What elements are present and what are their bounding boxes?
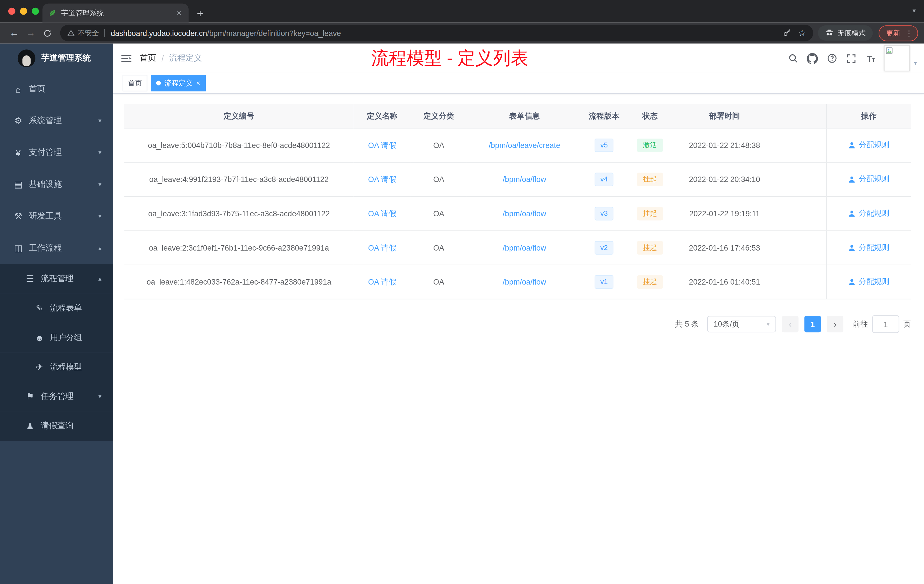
sidebar-item[interactable]: ⚙ 系统管理 ▼: [0, 105, 113, 137]
home-icon: ⌂: [12, 84, 25, 94]
breadcrumb-separator: /: [162, 54, 164, 63]
security-label: 不安全: [78, 28, 99, 38]
minimize-window-button[interactable]: [20, 8, 27, 15]
sidebar-item[interactable]: ⚑ 任务管理 ▼: [0, 382, 113, 411]
definition-name-link[interactable]: OA 请假: [368, 209, 396, 218]
tag-home[interactable]: 首页: [122, 75, 147, 91]
incognito-label: 无痕模式: [837, 28, 866, 38]
version-badge: v2: [594, 241, 614, 254]
sidebar-item[interactable]: ⚒ 研发工具 ▼: [0, 200, 113, 232]
sidebar-item[interactable]: ¥ 支付管理 ▼: [0, 137, 113, 168]
tag-process-definition[interactable]: 流程定义 ×: [151, 75, 206, 91]
status-badge: 挂起: [637, 241, 663, 254]
breadcrumb-home-link[interactable]: 首页: [140, 53, 156, 64]
fullscreen-icon[interactable]: [842, 53, 861, 63]
assign-rule-link[interactable]: 分配规则: [848, 242, 889, 253]
update-chrome-button[interactable]: 更新 ⋮: [879, 25, 918, 41]
tag-close-icon[interactable]: ×: [196, 79, 200, 87]
assign-rule-link[interactable]: 分配规则: [848, 277, 889, 287]
status-badge: 挂起: [637, 207, 663, 220]
assign-rule-link[interactable]: 分配规则: [848, 140, 889, 150]
definition-name-link[interactable]: OA 请假: [368, 243, 396, 252]
form-info-link[interactable]: /bpm/oa/flow: [503, 175, 546, 184]
sidebar-item-label: 流程管理: [41, 274, 74, 284]
sidebar-item-label: 工作流程: [29, 243, 62, 253]
active-tag-dot: [156, 81, 161, 86]
browser-menu-kebab-icon[interactable]: ⋮: [905, 28, 913, 38]
search-icon[interactable]: [783, 53, 803, 64]
definition-category: OA: [411, 196, 467, 231]
status-badge: 挂起: [637, 276, 663, 289]
next-page-button[interactable]: ›: [827, 316, 843, 333]
form-info-link[interactable]: /bpm/oa/leave/create: [488, 141, 560, 150]
definition-id: oa_leave:5:004b710b-7b8a-11ec-8ef0-acde4…: [124, 128, 353, 163]
page-number-button[interactable]: 1: [804, 316, 821, 333]
version-badge: v3: [594, 207, 614, 220]
plane-icon: ✈: [33, 362, 46, 372]
forward-button[interactable]: →: [22, 25, 39, 41]
github-icon[interactable]: [803, 53, 822, 64]
sidebar-item[interactable]: ☰ 流程管理 ▲: [0, 264, 113, 294]
bookmark-star-icon[interactable]: ☆: [798, 28, 806, 38]
help-question-icon[interactable]: [822, 53, 842, 64]
zoom-window-button[interactable]: [32, 8, 39, 15]
yen-icon: ¥: [12, 148, 25, 158]
sidebar-item[interactable]: ♟ 请假查询: [0, 411, 113, 441]
users-icon: ☻: [33, 333, 46, 343]
tab-close-icon[interactable]: ×: [175, 8, 183, 18]
sidebar-item[interactable]: ◫ 工作流程 ▲: [0, 232, 113, 264]
form-info-link[interactable]: /bpm/oa/flow: [503, 243, 546, 252]
assign-rule-label: 分配规则: [859, 174, 889, 185]
person-icon: [848, 278, 856, 286]
page-size-value: 10条/页: [714, 319, 740, 330]
incognito-badge[interactable]: 无痕模式: [818, 25, 873, 41]
app-logo[interactable]: 芋道管理系统: [0, 44, 113, 73]
refresh-button[interactable]: [39, 25, 55, 41]
deploy-time: 2022-01-16 17:46:53: [674, 231, 775, 265]
definition-name-link[interactable]: OA 请假: [368, 277, 396, 286]
font-size-icon[interactable]: TT: [861, 53, 880, 63]
filler-cell: [775, 162, 826, 196]
page-url: dashboard.yudao.iocoder.cn/bpm/manager/d…: [111, 28, 341, 38]
sidebar-menu: ⌂ 首页 ⚙ 系统管理 ▼ ¥ 支付管理 ▼ ▤ 基础设施 ▼ ⚒ 研发工具 ▼…: [0, 73, 113, 441]
assign-rule-label: 分配规则: [859, 277, 889, 287]
user-avatar[interactable]: [884, 45, 910, 71]
definition-category: OA: [411, 265, 467, 299]
chevron-icon: ▲: [97, 245, 102, 251]
status-badge: 挂起: [637, 173, 663, 186]
version-badge: v1: [594, 276, 614, 289]
server-icon: ▤: [12, 179, 25, 190]
filler-cell: [775, 231, 826, 265]
assign-rule-link[interactable]: 分配规则: [848, 208, 889, 219]
password-key-icon[interactable]: [782, 28, 791, 38]
window-controls: [8, 8, 39, 15]
sidebar-item[interactable]: ✎ 流程表单: [0, 294, 113, 323]
hamburger-icon[interactable]: [113, 54, 140, 63]
select-chevron-down-icon: ▼: [766, 321, 771, 327]
back-button[interactable]: ←: [6, 25, 23, 41]
table-row: oa_leave:5:004b710b-7b8a-11ec-8ef0-acde4…: [124, 128, 911, 163]
goto-label: 前往: [853, 319, 868, 330]
assign-rule-link[interactable]: 分配规则: [848, 174, 889, 185]
goto-page-input[interactable]: [872, 315, 899, 333]
page-size-select[interactable]: 10条/页 ▼: [707, 316, 776, 333]
definition-name-link[interactable]: OA 请假: [368, 140, 396, 149]
form-info-link[interactable]: /bpm/oa/flow: [503, 277, 546, 286]
avatar-caret-down-icon[interactable]: ▼: [913, 60, 918, 66]
new-tab-button[interactable]: +: [197, 8, 203, 19]
close-window-button[interactable]: [8, 8, 15, 15]
sidebar-item[interactable]: ⌂ 首页: [0, 73, 113, 105]
address-bar[interactable]: 不安全 dashboard.yudao.iocoder.cn/bpm/manag…: [60, 25, 813, 41]
column-header: 流程版本: [582, 104, 626, 128]
browser-tab[interactable]: 芋道管理系统 ×: [43, 3, 189, 22]
sidebar-item[interactable]: ▤ 基础设施 ▼: [0, 168, 113, 200]
sidebar-item[interactable]: ✈ 流程模型: [0, 352, 113, 382]
tools-icon: ⚒: [12, 211, 25, 221]
tab-search-chevron-icon[interactable]: ▾: [912, 7, 916, 15]
sidebar-item[interactable]: ☻ 用户分组: [0, 323, 113, 352]
table-header-row: 定义编号 定义名称 定义分类 表单信息 流程版本 状态 部署时间 操作: [124, 104, 911, 128]
browser-tab-strip: 芋道管理系统 × + ▾: [0, 0, 924, 22]
form-info-link[interactable]: /bpm/oa/flow: [503, 209, 546, 218]
prev-page-button[interactable]: ‹: [782, 316, 799, 333]
definition-name-link[interactable]: OA 请假: [368, 175, 396, 184]
